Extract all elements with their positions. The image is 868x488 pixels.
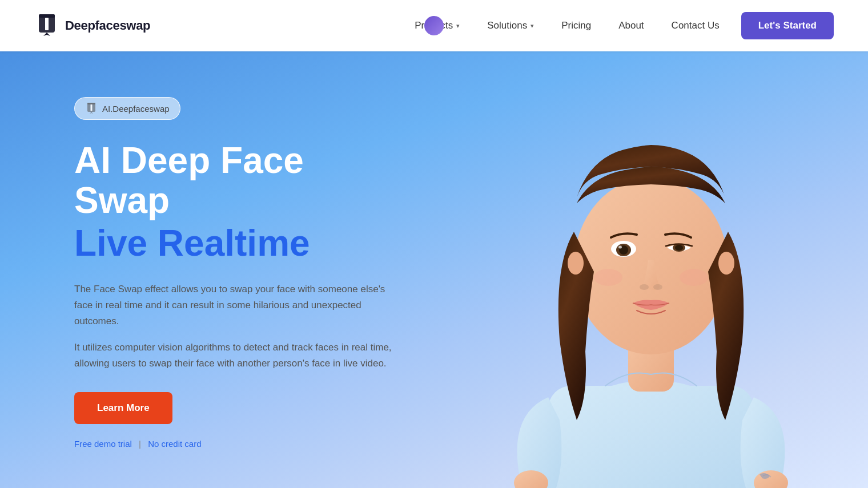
- learn-more-button[interactable]: Learn More: [74, 392, 172, 424]
- svg-point-21: [718, 252, 734, 275]
- trial-separator: |: [139, 439, 141, 449]
- hero-badge-text: AI.Deepfaceswap: [102, 104, 170, 114]
- solutions-chevron-icon: ▾: [531, 22, 534, 30]
- hero-section: AI.Deepfaceswap AI Deep Face Swap Live R…: [0, 51, 868, 488]
- nav-avatar-circle: [424, 16, 444, 35]
- hero-desc-2: It utilizes computer vision algorithms t…: [74, 340, 394, 372]
- logo-icon: [34, 13, 59, 38]
- svg-point-18: [640, 284, 649, 290]
- hero-image-area: [434, 51, 868, 488]
- nav-solutions[interactable]: Solutions ▾: [476, 14, 545, 37]
- svg-rect-2: [45, 18, 49, 30]
- svg-point-15: [618, 246, 622, 249]
- products-chevron-icon: ▾: [456, 22, 460, 30]
- svg-point-23: [680, 269, 708, 286]
- svg-point-22: [594, 269, 622, 286]
- logo-link[interactable]: Deepfaceswap: [34, 13, 150, 38]
- hero-title-line2: Live Realtime: [74, 223, 400, 263]
- svg-point-20: [568, 252, 584, 275]
- logo-text: Deepfaceswap: [65, 18, 150, 33]
- nav-links: Products ▾ Solutions ▾ Pricing About Con…: [403, 12, 834, 39]
- nav-about[interactable]: About: [607, 14, 655, 37]
- svg-rect-1: [39, 14, 55, 18]
- hero-desc-1: The Face Swap effect allows you to swap …: [74, 281, 394, 329]
- svg-rect-4: [87, 103, 95, 104]
- svg-point-19: [653, 284, 662, 290]
- hero-content: AI.Deepfaceswap AI Deep Face Swap Live R…: [0, 51, 400, 488]
- hero-title-line1: AI Deep Face Swap: [74, 140, 400, 221]
- svg-point-17: [675, 245, 683, 251]
- trial-text-2: No credit card: [148, 439, 201, 449]
- trial-text-1: Free demo trial: [74, 439, 132, 449]
- hero-badge: AI.Deepfaceswap: [74, 97, 180, 120]
- nav-cta-button[interactable]: Let's Started: [741, 12, 834, 39]
- navbar: Deepfaceswap Products ▾ Solutions ▾ Pric…: [0, 0, 868, 51]
- nav-pricing[interactable]: Pricing: [550, 14, 602, 37]
- nav-contact[interactable]: Contact Us: [660, 14, 731, 37]
- svg-rect-5: [91, 104, 93, 111]
- hero-trial-info: Free demo trial | No credit card: [74, 439, 400, 449]
- hero-person-image: [474, 66, 828, 488]
- badge-logo-icon: [85, 102, 98, 115]
